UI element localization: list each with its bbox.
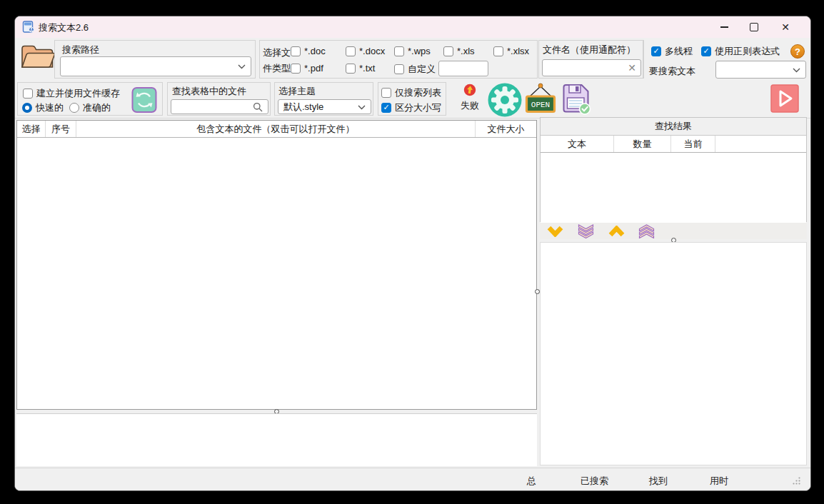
chevron-down-gold-icon xyxy=(546,226,564,237)
checkbox-label: 使用正则表达式 xyxy=(715,45,780,58)
custom-filetype-input[interactable] xyxy=(438,61,488,76)
filetype-pdf-checkbox[interactable]: *.pdf xyxy=(291,63,323,74)
checkbox-label: *.wps xyxy=(408,46,431,56)
minimize-button[interactable] xyxy=(712,16,736,38)
first-result-button[interactable] xyxy=(637,224,656,238)
search-list-only-checkbox[interactable]: 仅搜索列表 xyxy=(381,86,441,99)
find-in-table-group: 查找表格中的文件 xyxy=(167,82,271,116)
checkbox-label: 区分大小写 xyxy=(395,101,441,114)
gear-icon xyxy=(488,83,522,117)
filetype-xlsx-checkbox[interactable]: *.xlsx xyxy=(493,46,529,56)
maximize-icon xyxy=(750,23,758,31)
start-search-button[interactable] xyxy=(770,84,799,113)
preview-panel[interactable] xyxy=(16,413,537,466)
filetype-custom-checkbox[interactable]: 自定义 xyxy=(394,63,436,76)
filetype-docx-checkbox[interactable]: *.docx xyxy=(346,46,385,56)
close-button[interactable]: ✕ xyxy=(773,16,798,38)
status-total-label: 总 xyxy=(527,475,536,488)
checkbox-box[interactable] xyxy=(291,46,301,56)
minimize-icon xyxy=(720,26,728,28)
results-group: 查找结果 文本 数量 当前 xyxy=(540,117,807,222)
window-title: 搜索文本2.6 xyxy=(39,21,89,34)
files-table-body[interactable] xyxy=(17,138,536,410)
filetype-xls-checkbox[interactable]: *.xls xyxy=(443,46,475,56)
last-result-button[interactable] xyxy=(576,224,596,238)
previous-result-button[interactable] xyxy=(607,224,626,238)
result-detail-panel[interactable] xyxy=(540,242,807,465)
checkbox-box[interactable] xyxy=(291,64,301,74)
toolbar-row-1: 搜索路径 选择文 件类型 *.doc *.docx *.wps xyxy=(15,38,810,81)
checkbox-box[interactable] xyxy=(443,46,453,56)
search-path-combo[interactable] xyxy=(60,56,251,76)
file-cache-checkbox[interactable]: 建立并使用文件缓存 xyxy=(23,87,120,100)
fail-status: 失败 xyxy=(455,82,485,116)
results-table-body[interactable] xyxy=(541,153,806,223)
filetype-txt-checkbox[interactable]: *.txt xyxy=(346,63,375,74)
checkbox-label: 多线程 xyxy=(665,45,693,58)
checkbox-box[interactable] xyxy=(346,46,356,56)
settings-button[interactable] xyxy=(487,82,523,118)
case-sensitive-checkbox[interactable]: 区分大小写 xyxy=(381,101,441,114)
column-header-file[interactable]: 包含文本的文件（双击可以打开文件） xyxy=(76,121,476,137)
checkbox-label: *.xlsx xyxy=(507,46,529,56)
help-button[interactable]: ? xyxy=(790,44,805,59)
chevron-down-icon xyxy=(358,105,366,110)
checkbox-box[interactable] xyxy=(493,46,503,56)
results-title: 查找结果 xyxy=(541,118,806,136)
search-path-group: 搜索路径 xyxy=(54,40,256,79)
filename-input[interactable]: ✕ xyxy=(542,59,641,76)
column-header-filesize[interactable]: 文件大小 xyxy=(476,121,536,137)
refresh-cache-button[interactable] xyxy=(131,86,158,114)
checkbox-box[interactable] xyxy=(394,46,404,56)
maximize-button[interactable] xyxy=(742,16,766,38)
app-window: 搜索文本2.6 ✕ 搜索路径 xyxy=(14,16,811,491)
list-case-group: 仅搜索列表 区分大小写 xyxy=(378,82,446,116)
column-header-count[interactable]: 数量 xyxy=(614,136,671,152)
mode-accurate-radio[interactable]: 准确的 xyxy=(69,101,111,114)
save-results-button[interactable] xyxy=(560,81,593,116)
files-table-header: 选择 序号 包含文本的文件（双击可以打开文件） 文件大小 xyxy=(17,121,536,138)
search-text-label: 要搜索文本 xyxy=(649,65,695,78)
filetype-doc-checkbox[interactable]: *.doc xyxy=(291,46,326,56)
find-in-table-input[interactable] xyxy=(171,99,268,114)
checkbox-box[interactable] xyxy=(23,89,33,99)
radio-circle[interactable] xyxy=(69,103,79,113)
column-header-extra[interactable] xyxy=(715,136,806,152)
checkbox-label: 仅搜索列表 xyxy=(395,86,441,99)
column-header-index[interactable]: 序号 xyxy=(46,121,76,137)
column-header-select[interactable]: 选择 xyxy=(17,121,46,137)
column-header-text[interactable]: 文本 xyxy=(541,136,614,152)
theme-combo[interactable]: 默认.style xyxy=(278,99,371,114)
resize-grip-icon[interactable] xyxy=(792,477,800,485)
checkbox-box[interactable] xyxy=(394,64,404,74)
clear-icon[interactable]: ✕ xyxy=(628,62,636,74)
find-in-table-label: 查找表格中的文件 xyxy=(172,85,246,98)
checkbox-label: *.txt xyxy=(359,63,375,74)
checkbox-box[interactable] xyxy=(651,46,661,56)
file-types-label-line2: 件类型 xyxy=(263,62,291,75)
status-searched-label: 已搜索 xyxy=(581,475,608,488)
multithread-checkbox[interactable]: 多线程 xyxy=(651,45,693,58)
checkbox-box[interactable] xyxy=(381,88,391,98)
file-types-group: 选择文 件类型 *.doc *.docx *.wps *.xls *.xlsx xyxy=(259,40,538,79)
search-text-combo[interactable] xyxy=(715,61,806,79)
filename-group: 文件名（使用通配符） ✕ xyxy=(538,40,643,79)
app-icon xyxy=(22,21,35,34)
save-floppy-icon xyxy=(561,82,592,115)
mode-fast-radio[interactable]: 快速的 xyxy=(22,101,64,114)
chevron-up-gold-icon xyxy=(608,226,625,237)
next-result-button[interactable] xyxy=(546,224,565,238)
checkbox-box[interactable] xyxy=(701,46,711,56)
checkbox-box[interactable] xyxy=(346,64,356,74)
radio-label: 快速的 xyxy=(36,101,64,114)
filetype-wps-checkbox[interactable]: *.wps xyxy=(394,46,431,56)
checkbox-box[interactable] xyxy=(381,103,391,113)
browse-folder-button[interactable] xyxy=(19,41,56,71)
vertical-splitter-handle[interactable] xyxy=(535,289,540,294)
radio-circle[interactable] xyxy=(22,103,32,113)
column-header-current[interactable]: 当前 xyxy=(671,136,715,152)
open-results-button[interactable]: OPEN xyxy=(523,82,558,115)
folder-icon xyxy=(20,42,56,71)
regex-checkbox[interactable]: 使用正则表达式 xyxy=(701,45,780,58)
chevron-down-icon xyxy=(238,64,246,69)
